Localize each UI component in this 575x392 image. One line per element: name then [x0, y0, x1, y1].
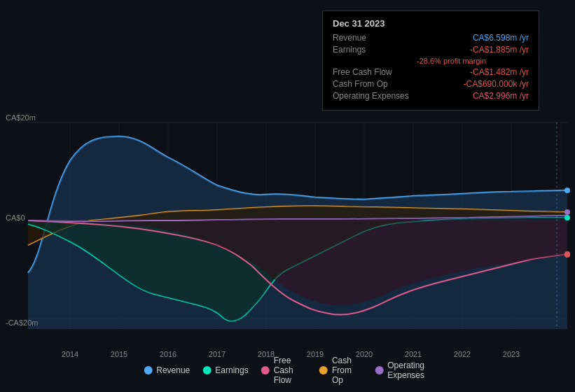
tooltip-label-fcf: Free Cash Flow — [333, 67, 417, 77]
tooltip-value-opex: CA$2.996m /yr — [473, 91, 529, 101]
tooltip-row-cashfromop: Cash From Op -CA$690.000k /yr — [333, 79, 529, 89]
x-label-2014: 2014 — [62, 350, 78, 358]
x-label-2023: 2023 — [503, 350, 520, 358]
tooltip-row-fcf: Free Cash Flow -CA$1.482m /yr — [333, 67, 529, 77]
tooltip-label-cashfromop: Cash From Op — [333, 79, 417, 89]
legend-label-fcf: Free Cash Flow — [274, 356, 307, 385]
tooltip-row-opex: Operating Expenses CA$2.996m /yr — [333, 91, 529, 101]
y-label-zero: CA$0 — [6, 214, 25, 222]
tooltip-value-revenue: CA$6.598m /yr — [473, 33, 529, 43]
x-label-2022: 2022 — [454, 350, 471, 358]
chart-legend: Revenue Earnings Free Cash Flow Cash Fro… — [144, 356, 431, 385]
legend-dot-revenue — [144, 366, 152, 374]
legend-dot-earnings — [202, 366, 211, 374]
svg-point-16 — [564, 188, 570, 193]
tooltip-profit-margin: -28.6% profit margin — [417, 57, 529, 65]
tooltip-label-opex: Operating Expenses — [333, 91, 417, 101]
tooltip-box: Dec 31 2023 Revenue CA$6.598m /yr Earnin… — [322, 10, 539, 111]
tooltip-row-revenue: Revenue CA$6.598m /yr — [333, 33, 529, 43]
tooltip-label-revenue: Revenue — [333, 33, 417, 43]
tooltip-value-cashfromop: -CA$690.000k /yr — [464, 79, 529, 89]
legend-item-fcf[interactable]: Free Cash Flow — [261, 356, 307, 385]
legend-item-opex[interactable]: Operating Expenses — [375, 360, 431, 380]
legend-dot-cashfromop — [319, 366, 328, 374]
tooltip-date: Dec 31 2023 — [333, 18, 529, 29]
tooltip-row-earnings: Earnings -CA$1.885m /yr — [333, 45, 529, 55]
legend-item-earnings[interactable]: Earnings — [202, 365, 248, 375]
legend-dot-fcf — [261, 366, 270, 374]
tooltip-label-earnings: Earnings — [333, 45, 417, 55]
legend-item-cashfromop[interactable]: Cash From Op — [319, 356, 362, 385]
legend-label-opex: Operating Expenses — [387, 360, 431, 380]
y-label-max: CA$20m — [6, 113, 36, 122]
x-label-2015: 2015 — [111, 350, 127, 358]
tooltip-value-earnings: -CA$1.885m /yr — [470, 45, 529, 55]
legend-item-revenue[interactable]: Revenue — [144, 365, 190, 375]
legend-dot-opex — [375, 366, 383, 374]
y-label-min: -CA$20m — [6, 318, 38, 327]
chart-container: CA$20m CA$0 -CA$20m 2014 2015 2016 2017 … — [0, 0, 575, 392]
tooltip-value-fcf: -CA$1.482m /yr — [470, 67, 529, 77]
legend-label-cashfromop: Cash From Op — [332, 356, 362, 385]
svg-point-20 — [564, 252, 570, 258]
svg-point-17 — [564, 209, 570, 215]
legend-label-earnings: Earnings — [215, 365, 248, 375]
legend-label-revenue: Revenue — [156, 365, 190, 375]
svg-point-18 — [564, 215, 570, 220]
